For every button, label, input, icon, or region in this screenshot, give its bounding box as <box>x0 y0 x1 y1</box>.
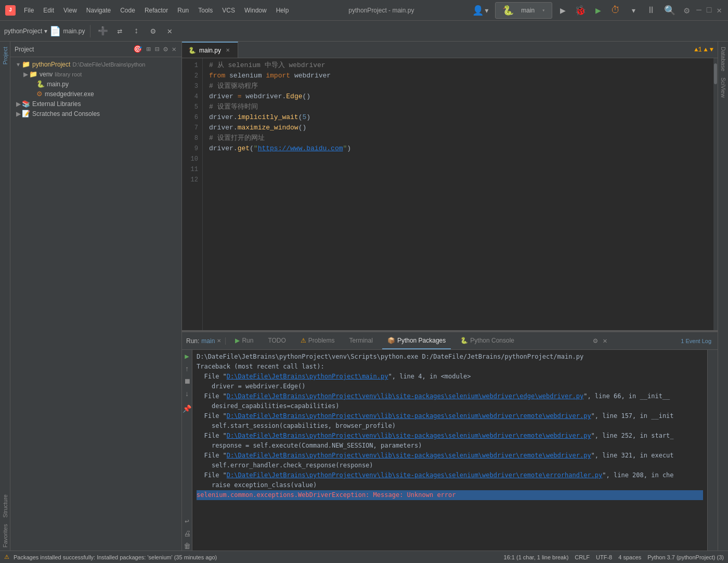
console-print-icon[interactable]: 🖨 <box>184 530 191 538</box>
menu-file[interactable]: File <box>20 5 38 16</box>
tab-problems[interactable]: ⚠ Problems <box>295 332 340 349</box>
code-line-1: # 从 selenium 中导入 webdriver <box>209 60 713 71</box>
console-clear-icon[interactable]: 🗑 <box>184 542 191 551</box>
close-panel-button[interactable]: ✕ <box>162 24 177 38</box>
code-line-6: driver.implicitly_wait(5) <box>209 112 713 123</box>
project-switcher[interactable]: pythonProject ▾ <box>4 28 47 35</box>
console-path-1[interactable]: D:\DateFile\JetBrains\pythonProject\main… <box>227 373 388 380</box>
menu-edit[interactable]: Edit <box>39 5 58 16</box>
console-wrap-icon[interactable]: ↩ <box>185 517 189 526</box>
tree-item-root[interactable]: ▾ 📁 pythonProject D:\DateFile\JetBrains\… <box>10 59 181 69</box>
search-everywhere-icon[interactable]: 🔍 <box>661 4 678 17</box>
run-config-name[interactable]: main <box>201 337 215 345</box>
database-tab[interactable]: Database <box>719 44 727 74</box>
run-with-coverage-button[interactable]: ▶ <box>591 3 605 18</box>
cursor-position[interactable]: 16:1 (1 char, 1 line break) <box>504 554 569 560</box>
console-output[interactable]: D:\DateFile\JetBrains\pythonProject\venv… <box>192 350 707 551</box>
panel-hide-btn[interactable]: ✕ <box>601 335 608 347</box>
panel-settings-btn[interactable]: ⚙ <box>592 335 599 347</box>
minimize-button[interactable]: ─ <box>695 5 703 16</box>
tab-todo[interactable]: TODO <box>263 332 291 349</box>
status-message[interactable]: Packages installed successfully: Install… <box>14 554 217 560</box>
tab-close-button[interactable]: ✕ <box>224 47 231 54</box>
line-numbers: 12345 678910 1112 <box>182 58 203 330</box>
console-path-3[interactable]: D:\DateFile\JetBrains\pythonProject\venv… <box>227 412 591 420</box>
structure-strip-tab[interactable]: Structure <box>1 491 9 521</box>
tab-python-console[interactable]: 🐍 Python Console <box>455 332 519 349</box>
menu-run[interactable]: Run <box>173 5 193 16</box>
right-tool-strip: Database SciView <box>718 42 728 551</box>
profiler-button[interactable]: ⏱ <box>608 3 623 18</box>
favorites-strip-tab[interactable]: Favorites <box>1 521 9 551</box>
menu-navigate[interactable]: Navigate <box>82 5 115 16</box>
run-button[interactable]: ▶ <box>555 3 570 18</box>
settings-icon[interactable]: ⚙ <box>681 4 692 17</box>
editor-scrollbar[interactable] <box>713 58 718 330</box>
tree-item-main-py[interactable]: 🐍 main.py <box>10 79 181 89</box>
warning-chevron-up[interactable]: ▲ <box>704 46 708 54</box>
add-config-button[interactable]: ➕ <box>96 24 110 38</box>
warning-chevron-down[interactable]: ▼ <box>710 46 713 54</box>
code-line-12 <box>209 175 713 185</box>
panel-settings-icon[interactable]: ⚙ <box>162 44 168 55</box>
tree-item-msedge[interactable]: ⚙ msedgedriver.exe <box>10 89 181 99</box>
encoding[interactable]: UTF-8 <box>596 554 612 560</box>
menu-code[interactable]: Code <box>116 5 139 16</box>
project-strip-tab[interactable]: Project <box>1 44 9 68</box>
hide-panel-icon[interactable]: ✕ <box>171 44 177 55</box>
venv-sublabel: library root <box>55 71 82 77</box>
settings-project-button[interactable]: ⚙ <box>146 24 160 38</box>
console-pin-icon[interactable]: 📌 <box>183 404 191 413</box>
tab-run[interactable]: ▶ Run <box>230 332 258 349</box>
collapse-all-icon[interactable]: ⊟ <box>154 44 160 55</box>
menu-vcs[interactable]: VCS <box>218 5 239 16</box>
locate-icon[interactable]: 🎯 <box>132 44 143 55</box>
line-ending[interactable]: CRLF <box>575 554 590 560</box>
run-config-close[interactable]: ✕ <box>217 338 221 344</box>
console-path-4[interactable]: D:\DateFile\JetBrains\pythonProject\venv… <box>227 432 591 439</box>
menu-help[interactable]: Help <box>272 5 293 16</box>
todo-tab-label: TODO <box>268 337 285 344</box>
menu-window[interactable]: Window <box>240 5 271 16</box>
problems-icon: ⚠ <box>301 337 306 344</box>
more-run-button[interactable]: ▾ <box>626 3 641 18</box>
code-line-7: driver.maximize_window() <box>209 123 713 133</box>
tab-terminal[interactable]: Terminal <box>344 332 378 349</box>
editor-scrollbar-thumb <box>714 63 717 84</box>
sciview-tab[interactable]: SciView <box>719 74 727 101</box>
menu-refactor[interactable]: Refactor <box>140 5 172 16</box>
python-version[interactable]: Python 3.7 (pythonProject) (3) <box>647 554 724 560</box>
indent-setting[interactable]: 4 spaces <box>618 554 641 560</box>
editor-tabs: 🐍 main.py ✕ ▲1 ▲ ▼ <box>182 42 718 58</box>
event-log-link[interactable]: 1 Event Log <box>681 338 713 344</box>
code-editor[interactable]: # 从 selenium 中导入 webdriver from selenium… <box>203 58 713 330</box>
tree-item-venv[interactable]: ▶ 📁 venv library root <box>10 69 181 79</box>
tree-item-scratches[interactable]: ▶ 📝 Scratches and Consoles <box>10 109 181 119</box>
sync-button[interactable]: ⇄ <box>112 24 127 38</box>
expand-all-icon[interactable]: ⊞ <box>145 44 151 55</box>
console-path-5[interactable]: D:\DateFile\JetBrains\pythonProject\venv… <box>227 452 591 459</box>
warning-count: ▲1 <box>694 46 701 54</box>
tab-main-py[interactable]: 🐍 main.py ✕ <box>182 42 238 58</box>
maximize-button[interactable]: □ <box>706 5 713 16</box>
console-down-icon[interactable]: ↓ <box>185 390 189 398</box>
menu-view[interactable]: View <box>59 5 81 16</box>
console-up-icon[interactable]: ↑ <box>185 365 189 373</box>
run-config-toolbar[interactable]: 🐍 main ▾ <box>495 2 552 19</box>
tree-item-ext-libs[interactable]: ▶ 📚 External Libraries <box>10 99 181 109</box>
close-button[interactable]: ✕ <box>716 4 723 17</box>
collapse-button[interactable]: ↕ <box>129 24 144 38</box>
user-icon[interactable]: 👤▾ <box>470 4 492 17</box>
main-file-icon: 📄 <box>49 25 61 37</box>
menu-tools[interactable]: Tools <box>194 5 217 16</box>
status-warning-icon: ⚠ <box>4 554 9 560</box>
console-run-icon[interactable]: ▶ <box>185 352 189 361</box>
debug-button[interactable]: 🐞 <box>573 3 588 18</box>
scratches-arrow: ▶ <box>15 110 22 117</box>
stop-button[interactable]: ⏸ <box>644 3 658 18</box>
console-line-code5: self.error_handler.check_response(respon… <box>197 461 703 470</box>
console-path-6[interactable]: D:\DateFile\JetBrains\pythonProject\venv… <box>227 472 602 479</box>
console-stop-icon[interactable]: ⏹ <box>184 377 191 386</box>
tab-python-packages[interactable]: 📦 Python Packages <box>382 332 451 349</box>
console-path-2[interactable]: D:\DateFile\JetBrains\pythonProject\venv… <box>227 392 583 400</box>
